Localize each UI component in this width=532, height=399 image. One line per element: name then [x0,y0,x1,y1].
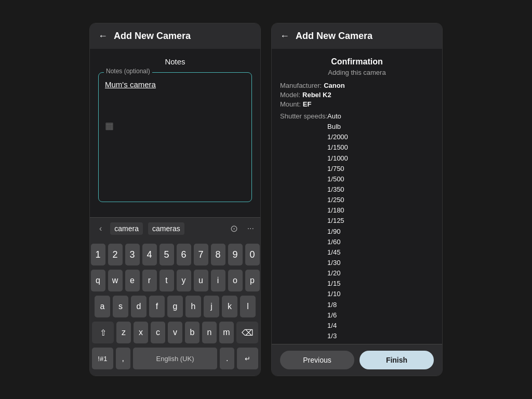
confirmation-body: Confirmation Adding this camera Manufact… [272,49,442,344]
shutter-speed-item: 1/8 [327,300,348,310]
confirmation-subtitle: Adding this camera [280,69,434,76]
mount-value: EF [303,100,312,108]
suggestion-bar: ‹ camera cameras ⊙ ··· [90,217,260,240]
key-x[interactable]: x [134,322,148,343]
shutter-speed-item: Bulb [327,122,348,132]
notes-section: Notes Notes (optional) Mum's camera ▦ [90,49,260,217]
left-back-button[interactable]: ← [98,31,108,42]
key-y[interactable]: y [177,270,191,291]
right-back-button[interactable]: ← [280,31,289,42]
confirmation-title: Confirmation [280,57,434,66]
shutter-speed-item: 1/125 [327,216,348,226]
period-key[interactable]: . [220,348,234,369]
comma-key[interactable]: , [116,348,130,369]
key-s[interactable]: s [113,296,128,317]
key-7[interactable]: 7 [194,244,208,265]
key-k[interactable]: k [222,296,237,317]
key-z[interactable]: z [116,322,131,343]
key-i[interactable]: i [211,270,225,291]
key-t[interactable]: t [159,270,174,291]
key-h[interactable]: h [185,296,201,317]
right-header: ← Add New Camera [272,23,442,49]
key-0[interactable]: 0 [245,244,260,265]
key-9[interactable]: 9 [228,244,243,265]
camera-icon[interactable]: ⊙ [230,223,238,234]
shutter-speed-item: 1/2000 [327,132,348,142]
key-m[interactable]: m [219,322,234,343]
left-header: ← Add New Camera [90,23,260,49]
key-p[interactable]: p [245,270,260,291]
shutter-label: Shutter speeds: [280,111,327,344]
right-phone-screen: ← Add New Camera Confirmation Adding thi… [271,23,443,376]
key-v[interactable]: v [168,322,182,343]
shutter-speed-item: 1/180 [327,205,348,216]
finish-button[interactable]: Finish [360,351,434,369]
notes-fieldset[interactable]: Notes (optional) Mum's camera ▦ [98,72,252,202]
model-row: Model: Rebel K2 [280,91,434,99]
key-a[interactable]: a [95,296,110,317]
key-3[interactable]: 3 [125,244,140,265]
left-header-title: Add New Camera [114,31,191,42]
shutter-speed-item: 1/45 [327,247,348,258]
manufacturer-row: Manufacturer: Canon [280,82,434,89]
shutter-speed-item: 1/20 [327,268,348,278]
model-value: Rebel K2 [302,91,331,99]
mount-label: Mount: [280,100,301,108]
suggestion-camera[interactable]: camera [110,222,143,235]
shutter-speed-item: 1/90 [327,227,348,237]
key-o[interactable]: o [228,270,243,291]
shutter-speed-item: 1/15 [327,278,348,289]
key-6[interactable]: 6 [177,244,191,265]
shutter-speed-item: 1/1000 [327,153,348,164]
keyboard-row3: ⇧ z x c v b n m ⌫ [92,322,258,343]
key-4[interactable]: 4 [142,244,157,265]
suggestion-back-button[interactable]: ‹ [96,222,105,235]
key-c[interactable]: c [151,322,165,343]
key-q[interactable]: q [91,270,105,291]
keyboard: 1 2 3 4 5 6 7 8 9 0 q w e r t y u i [90,240,260,376]
shutter-speed-item: 1/750 [327,164,348,174]
notes-underlined-text: camera [130,80,156,89]
previous-button[interactable]: Previous [280,351,354,369]
shutter-speed-item: 1/10 [327,289,348,299]
key-n[interactable]: n [202,322,217,343]
key-f[interactable]: f [149,296,165,317]
key-l[interactable]: l [240,296,256,317]
shutter-speed-item: 1/3 [327,331,348,341]
delete-key[interactable]: ⌫ [236,322,258,343]
key-1[interactable]: 1 [91,244,105,265]
key-2[interactable]: 2 [108,244,123,265]
key-5[interactable]: 5 [159,244,174,265]
key-r[interactable]: r [142,270,157,291]
key-b[interactable]: b [185,322,200,343]
mount-row: Mount: EF [280,100,434,108]
shutter-speed-item: 1/500 [327,174,348,184]
shutter-speed-item: 1/1500 [327,142,348,153]
suggestion-cameras[interactable]: cameras [148,222,184,235]
key-u[interactable]: u [194,270,208,291]
key-8[interactable]: 8 [211,244,225,265]
key-w[interactable]: w [108,270,123,291]
notes-edit-icon: ▦ [105,120,245,131]
right-header-title: Add New Camera [296,31,373,42]
key-j[interactable]: j [204,296,219,317]
shutter-speeds-list: AutoBulb1/20001/15001/10001/7501/5001/35… [327,111,348,344]
suggestion-more-button[interactable]: ··· [247,224,254,233]
model-label: Model: [280,91,300,99]
manufacturer-value: Canon [324,82,344,89]
keyboard-row2: a s d f g h j k l [92,296,258,317]
notes-plain-text: Mum's [105,80,130,89]
notes-section-title: Notes [98,57,252,66]
space-key[interactable]: English (UK) [133,348,218,369]
key-d[interactable]: d [131,296,147,317]
shutter-section: Shutter speeds: AutoBulb1/20001/15001/10… [280,111,434,344]
key-g[interactable]: g [167,296,183,317]
return-key[interactable]: ↵ [237,348,258,369]
key-e[interactable]: e [125,270,140,291]
shift-key[interactable]: ⇧ [92,322,114,343]
shutter-speed-item: 1/30 [327,258,348,268]
symbol-key[interactable]: !#1 [92,348,113,369]
shutter-speed-item: 1/60 [327,237,348,247]
shutter-speed-item: 1/4 [327,321,348,331]
keyboard-row1: q w e r t y u i o p [92,270,258,291]
